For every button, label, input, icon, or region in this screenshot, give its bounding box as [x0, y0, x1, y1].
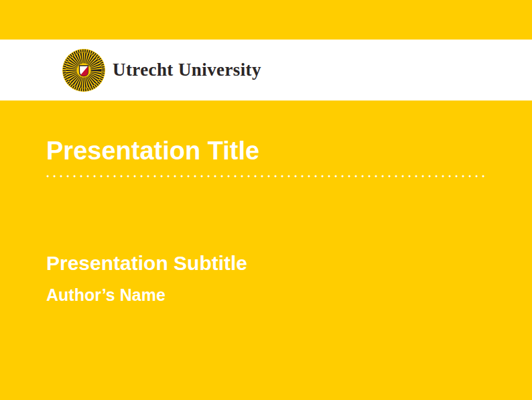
presentation-subtitle: Presentation Subtitle: [46, 251, 247, 275]
university-seal-icon: [62, 49, 105, 92]
logo-wordmark: Utrecht University: [113, 60, 261, 80]
dotted-divider: [46, 175, 488, 178]
author-name: Author’s Name: [46, 285, 165, 305]
logo-band: Utrecht University: [0, 40, 532, 101]
presentation-title: Presentation Title: [46, 138, 259, 163]
utrecht-university-logo: Utrecht University: [62, 49, 261, 92]
title-slide: Utrecht University Presentation Title Pr…: [0, 0, 532, 400]
